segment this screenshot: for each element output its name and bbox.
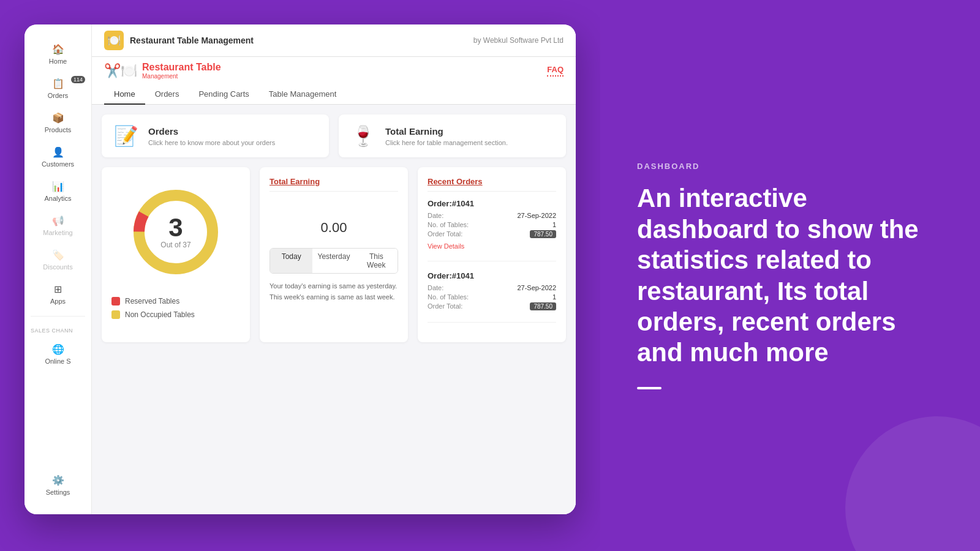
orders-card-title: Orders <box>148 126 275 137</box>
donut-container: 3 Out of 37 Reserved Tables <box>111 177 240 324</box>
order-2-date-label: Date: <box>428 284 443 291</box>
app-header: 🍽️ Restaurant Table Management by Webkul… <box>92 24 576 57</box>
sidebar-item-discounts[interactable]: 🏷️ Discounts <box>24 242 91 277</box>
earning-notes: Your today's earning is same as yesterda… <box>270 281 398 302</box>
sidebar-item-analytics-label: Analytics <box>44 195 71 202</box>
tab-home[interactable]: Home <box>104 84 145 105</box>
sidebar: 🏠 Home 📋 Orders 114 📦 Products 👤 Custome… <box>24 24 92 514</box>
stats-row: 3 Out of 37 Reserved Tables <box>102 167 566 342</box>
cards-row: 📝 Orders Click here to know more about y… <box>102 114 566 157</box>
order-2-tables-value: 1 <box>552 293 556 301</box>
orders-badge: 114 <box>71 76 85 83</box>
earning-tab-today[interactable]: Today <box>270 249 312 273</box>
marketing-icon: 📢 <box>52 214 64 227</box>
earning-card-text: Total Earning Click here for table manag… <box>385 126 508 146</box>
plugin-logo-icon: ✂️🍽️ <box>104 63 137 79</box>
sidebar-item-home-label: Home <box>49 58 67 65</box>
orders-info-card[interactable]: 📝 Orders Click here to know more about y… <box>102 114 329 157</box>
nav-tabs: Home Orders Pending Carts Table Manageme… <box>104 84 564 104</box>
donut-wrapper: 3 Out of 37 <box>127 183 225 281</box>
plugin-header: ✂️🍽️ Restaurant Table Management FAQ Hom… <box>92 57 576 105</box>
online-store-icon: 🌐 <box>52 343 64 355</box>
order-2-total-label: Order Total: <box>428 302 462 310</box>
legend-reserved-label: Reserved Tables <box>125 297 179 305</box>
main-content: 🍽️ Restaurant Table Management by Webkul… <box>92 24 576 514</box>
earning-card-icon: 🍷 <box>351 124 375 148</box>
sidebar-item-products[interactable]: 📦 Products <box>24 105 91 140</box>
sidebar-item-settings[interactable]: ⚙️ Settings <box>24 468 91 502</box>
earning-card-sub: Click here for table management section. <box>385 139 508 146</box>
browser-frame: 🏠 Home 📋 Orders 114 📦 Products 👤 Custome… <box>24 24 576 514</box>
legend-non-occupied-dot <box>111 310 120 319</box>
donut-label: Out of 37 <box>160 241 190 249</box>
settings-icon: ⚙️ <box>52 474 64 486</box>
earning-tab-this-week[interactable]: This Week <box>355 249 398 273</box>
plugin-logo: ✂️🍽️ Restaurant Table Management <box>104 62 221 80</box>
orders-card-icon: 📝 <box>114 124 138 148</box>
sidebar-item-apps-label: Apps <box>50 298 66 305</box>
right-panel: DASHBOARD An interactive dashboard to sh… <box>600 0 980 551</box>
earning-value: 0.00 <box>270 199 398 248</box>
tab-table-management[interactable]: Table Management <box>259 84 347 105</box>
earning-int: 0 <box>321 220 328 235</box>
tab-orders[interactable]: Orders <box>145 84 189 105</box>
order-2-date-value: 27-Sep-2022 <box>517 284 556 291</box>
sidebar-item-home[interactable]: 🏠 Home <box>24 37 91 71</box>
earning-tab-yesterday[interactable]: Yesterday <box>312 249 355 273</box>
donut-center: 3 Out of 37 <box>160 215 190 249</box>
sidebar-item-customers-label: Customers <box>42 160 74 168</box>
sidebar-bottom: ⚙️ Settings <box>24 468 91 502</box>
products-icon: 📦 <box>52 111 64 124</box>
legend-non-occupied: Non Occupied Tables <box>111 310 240 319</box>
left-panel: 🏠 Home 📋 Orders 114 📦 Products 👤 Custome… <box>0 0 600 551</box>
app-title: Restaurant Table Management <box>130 36 254 45</box>
sales-channels-label: SALES CHANN <box>24 321 91 337</box>
sidebar-item-marketing[interactable]: 📢 Marketing <box>24 208 91 242</box>
earning-big: 0.00 <box>321 209 347 238</box>
earning-stat-card: Total Earning 0.00 Today Yesterday This … <box>260 167 408 342</box>
sidebar-item-orders[interactable]: 📋 Orders 114 <box>24 71 91 105</box>
sidebar-item-online-store[interactable]: 🌐 Online S <box>24 337 91 371</box>
legend-non-occupied-label: Non Occupied Tables <box>125 310 195 319</box>
discounts-icon: 🏷️ <box>52 249 64 261</box>
recent-orders-card: Recent Orders Order:#1041 Date: 27-Sep-2… <box>418 167 566 342</box>
legend-reserved-dot <box>111 297 120 305</box>
dashboard-headline: An interactive dashboard to show the sta… <box>637 183 943 368</box>
analytics-icon: 📊 <box>52 180 64 192</box>
sidebar-item-customers[interactable]: 👤 Customers <box>24 140 91 174</box>
order-2-date-row: Date: 27-Sep-2022 <box>428 284 556 291</box>
earning-card-title: Total Earning <box>385 126 508 137</box>
plugin-title-row: ✂️🍽️ Restaurant Table Management FAQ <box>104 62 564 84</box>
sidebar-item-orders-label: Orders <box>48 92 69 99</box>
sidebar-item-apps[interactable]: ⊞ Apps <box>24 277 91 311</box>
earning-info-card[interactable]: 🍷 Total Earning Click here for table man… <box>339 114 566 157</box>
order-1-id: Order:#1041 <box>428 199 556 208</box>
order-item-2: Order:#1041 Date: 27-Sep-2022 No. of Tab… <box>428 271 556 323</box>
order-2-id: Order:#1041 <box>428 271 556 280</box>
earning-note-1: Your today's earning is same as yesterda… <box>270 281 398 292</box>
app-icon: 🍽️ <box>104 31 124 50</box>
sidebar-divider <box>31 316 85 317</box>
order-1-view-details[interactable]: View Details <box>428 242 464 250</box>
sidebar-item-settings-label: Settings <box>46 489 70 496</box>
order-1-date-value: 27-Sep-2022 <box>517 212 556 219</box>
dashboard-body: 📝 Orders Click here to know more about y… <box>92 105 576 514</box>
orders-card-sub: Click here to know more about your order… <box>148 139 275 146</box>
orders-card-text: Orders Click here to know more about you… <box>148 126 275 146</box>
tab-pending-carts[interactable]: Pending Carts <box>189 84 258 105</box>
home-icon: 🏠 <box>52 43 64 55</box>
app-by: by Webkul Software Pvt Ltd <box>473 36 564 45</box>
orders-icon: 📋 <box>52 77 64 89</box>
sidebar-item-online-store-label: Online S <box>45 358 70 365</box>
customers-icon: 👤 <box>52 146 64 158</box>
order-1-date-row: Date: 27-Sep-2022 <box>428 212 556 219</box>
apps-icon: ⊞ <box>52 283 64 295</box>
order-2-tables-label: No. of Tables: <box>428 293 469 301</box>
donut-number: 3 <box>160 215 190 241</box>
order-2-total-badge: 787.50 <box>530 302 556 310</box>
earning-note-2: This week's earning is same as last week… <box>270 292 398 303</box>
order-1-date-label: Date: <box>428 212 443 219</box>
faq-link[interactable]: FAQ <box>547 65 564 77</box>
donut-legend: Reserved Tables Non Occupied Tables <box>111 297 240 324</box>
sidebar-item-analytics[interactable]: 📊 Analytics <box>24 174 91 208</box>
